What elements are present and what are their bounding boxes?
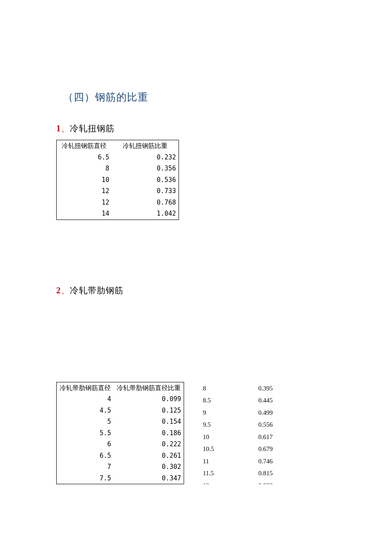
cell-weight: 0.154 (114, 416, 184, 428)
subsection-2-sep: 、 (61, 286, 70, 295)
table-row: 5.50.186 (57, 428, 184, 439)
cell-diameter: 10 (57, 174, 112, 186)
cell-diameter: 5.5 (57, 428, 114, 439)
table-2-header-row: 冷轧带肋钢筋直径 冷轧带肋钢筋直径比重 (57, 382, 184, 393)
cell-weight: 0.733 (112, 185, 179, 197)
table-row: 50.154 (57, 416, 184, 428)
table-row: 120.768 (57, 197, 179, 208)
cell-weight: 0.261 (114, 450, 184, 462)
table-2-left: 冷轧带肋钢筋直径 冷轧带肋钢筋直径比重 40.099 4.50.125 50.1… (56, 382, 184, 485)
subsection-1-sep: 、 (61, 124, 70, 133)
cell-diameter: 12 (57, 197, 112, 208)
subsection-1-title: 1、冷轧扭钢筋 (56, 122, 341, 135)
table-row: 40.099 (57, 393, 184, 405)
table-row: 9.50.556 (200, 419, 321, 431)
cell-diameter: 10.5 (200, 443, 255, 455)
cell-diameter: 9.5 (200, 419, 255, 431)
cell-weight: 0.222 (114, 439, 184, 450)
cell-weight: 0.099 (114, 393, 184, 405)
cell-weight: 0.746 (256, 456, 321, 467)
table-row: 70.302 (57, 461, 184, 473)
table-2-container: 冷轧带肋钢筋直径 冷轧带肋钢筋直径比重 40.099 4.50.125 50.1… (56, 382, 341, 485)
cell-weight: 0.347 (114, 473, 184, 484)
table-row: 60.222 (57, 439, 184, 450)
cell-weight: 1.042 (112, 208, 179, 220)
cell-diameter: 7 (57, 461, 114, 473)
cell-diameter: 10 (200, 431, 255, 443)
cell-diameter: 8 (57, 163, 112, 174)
table-2-right: 80.395 8.50.445 90.499 9.50.556 100.617 … (199, 382, 322, 485)
cell-diameter: 14 (57, 208, 112, 220)
cell-diameter: 9 (200, 407, 255, 419)
table-row: 4.50.125 (57, 405, 184, 416)
table-row: 120.888 (200, 480, 321, 485)
table-row: 6.50.232 (57, 152, 179, 163)
subsection-2-label: 冷轧带肋钢筋 (70, 286, 124, 295)
cell-diameter: 12 (200, 480, 255, 485)
cell-diameter: 6.5 (57, 152, 112, 163)
cell-weight: 0.536 (112, 174, 179, 186)
cell-weight: 0.186 (114, 428, 184, 439)
table-row: 100.617 (200, 431, 321, 443)
table-row: 80.356 (57, 163, 179, 174)
table-row: 80.395 (200, 383, 321, 394)
table-row: 110.746 (200, 456, 321, 467)
cell-weight: 0.617 (256, 431, 321, 443)
cell-weight: 0.356 (112, 163, 179, 174)
cell-diameter: 7.5 (57, 473, 114, 484)
cell-diameter: 4.5 (57, 405, 114, 416)
cell-weight: 0.499 (256, 407, 321, 419)
cell-weight: 0.445 (256, 395, 321, 406)
cell-weight: 0.556 (256, 419, 321, 431)
cell-diameter: 12 (57, 185, 112, 197)
cell-diameter: 6.5 (57, 450, 114, 462)
cell-weight: 0.815 (256, 468, 321, 479)
table-2-header-diameter: 冷轧带肋钢筋直径 (57, 382, 114, 393)
table-2-header-weight: 冷轧带肋钢筋直径比重 (114, 382, 184, 393)
table-row: 6.50.261 (57, 450, 184, 462)
subsection-2-title: 2、冷轧带肋钢筋 (56, 284, 341, 297)
table-row: 8.50.445 (200, 395, 321, 406)
cell-diameter: 11 (200, 456, 255, 467)
cell-diameter: 4 (57, 393, 114, 405)
cell-diameter: 8.5 (200, 395, 255, 406)
table-1-header-row: 冷轧扭钢筋直径 冷轧扭钢筋比重 (57, 140, 179, 152)
table-1: 冷轧扭钢筋直径 冷轧扭钢筋比重 6.50.232 80.356 100.536 … (56, 140, 179, 220)
table-1-header-diameter: 冷轧扭钢筋直径 (57, 140, 112, 152)
subsection-1-number: 1 (56, 124, 61, 133)
cell-weight: 0.888 (256, 480, 321, 485)
table-row: 141.042 (57, 208, 179, 220)
cell-weight: 0.768 (112, 197, 179, 208)
subsection-1-label: 冷轧扭钢筋 (70, 124, 115, 133)
cell-weight: 0.395 (256, 383, 321, 394)
table-row: 90.499 (200, 407, 321, 419)
cell-weight: 0.125 (114, 405, 184, 416)
cell-weight: 0.679 (256, 443, 321, 455)
cell-diameter: 8 (200, 383, 255, 394)
table-row: 10.50.679 (200, 443, 321, 455)
cell-diameter: 5 (57, 416, 114, 428)
section-title: （四）钢筋的比重 (63, 90, 341, 105)
table-1-header-weight: 冷轧扭钢筋比重 (112, 140, 179, 152)
cell-weight: 0.302 (114, 461, 184, 473)
subsection-2-number: 2 (56, 286, 61, 295)
table-row: 11.50.815 (200, 468, 321, 479)
table-row: 100.536 (57, 174, 179, 186)
table-row: 7.50.347 (57, 473, 184, 484)
cell-diameter: 6 (57, 439, 114, 450)
table-row: 120.733 (57, 185, 179, 197)
cell-diameter: 11.5 (200, 468, 255, 479)
cell-weight: 0.232 (112, 152, 179, 163)
